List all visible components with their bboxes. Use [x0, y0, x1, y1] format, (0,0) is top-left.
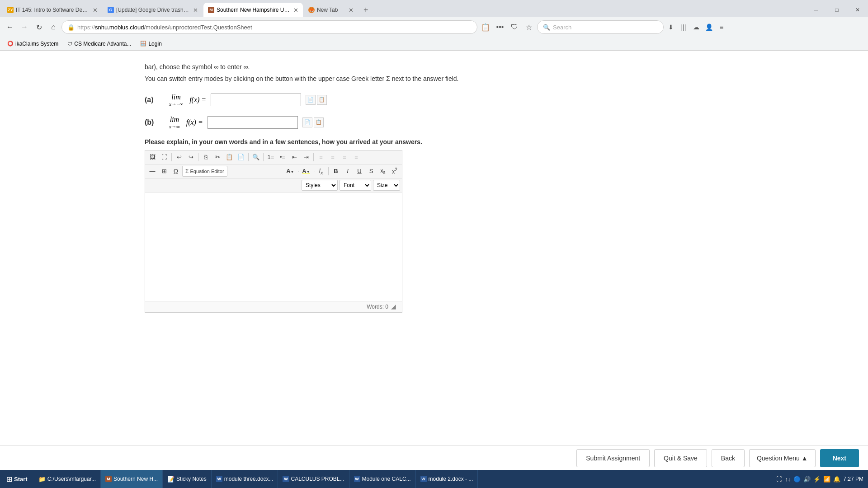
sync-icon[interactable]: ☁ — [691, 22, 702, 33]
tray-icon-1[interactable]: ⛶ — [776, 476, 782, 483]
bookmark-ikaclaims[interactable]: ⭕ ikaClaims System — [5, 40, 61, 48]
taskbar-item-2[interactable]: 📝 Sticky Notes — [163, 470, 212, 488]
rte-font-color-btn[interactable]: A▼ — [284, 166, 297, 177]
home-button[interactable]: ⌂ — [47, 21, 60, 33]
rte-align-left-btn[interactable]: ≡ — [316, 152, 326, 163]
taskbar-item-3-label: module three.docx... — [224, 476, 274, 482]
rte-redo-btn[interactable]: ↪ — [185, 152, 196, 163]
downloads-icon[interactable]: ⬇ — [665, 22, 676, 33]
rte-fullscreen-btn[interactable]: ⛶ — [159, 152, 170, 163]
page-content: bar), choose the symbol ∞ to enter ∞. Yo… — [0, 51, 868, 445]
rte-font-select[interactable]: Font — [340, 180, 371, 191]
rte-size-select[interactable]: Size — [373, 180, 400, 191]
rte-equation-btn[interactable]: Σ Equation Editor — [182, 166, 227, 177]
maximize-button[interactable]: □ — [826, 1, 847, 19]
rte-outdent-btn[interactable]: ⇤ — [289, 152, 300, 163]
rte-indent-btn[interactable]: ⇥ — [301, 152, 311, 163]
rte-underline-btn[interactable]: U — [354, 166, 365, 177]
rte-sep-4 — [263, 153, 264, 161]
bookmark-2-label: CS Medicare Advanta... — [74, 41, 131, 47]
account-icon[interactable]: 👤 — [703, 22, 714, 33]
rte-subscript-btn[interactable]: xs — [377, 166, 388, 177]
rte-align-center-btn[interactable]: ≡ — [327, 152, 338, 163]
rte-ul-btn[interactable]: •≡ — [277, 152, 288, 163]
taskbar-item-4[interactable]: W CALCULUS PROBL... — [278, 470, 349, 488]
taskbar: ⊞ Start 📁 C:\Users\mfarguar... M Souther… — [0, 470, 868, 488]
rte-italic-btn[interactable]: I — [342, 166, 353, 177]
rte-image-btn[interactable]: 🖼 — [147, 152, 158, 163]
tray-icon-7[interactable]: 🔔 — [833, 476, 840, 483]
start-button[interactable]: ⊞ Start — [0, 470, 34, 488]
answer-b-icon-2[interactable]: 📋 — [314, 117, 324, 127]
tab-1[interactable]: ZY IT 145: Intro to Software Develo... ✕ — [3, 3, 102, 17]
taskbar-item-3[interactable]: W module three.docx... — [212, 470, 278, 488]
quit-save-button[interactable]: Quit & Save — [654, 449, 707, 467]
tray-icon-2[interactable]: ↑↓ — [785, 476, 791, 483]
rte-find-btn[interactable]: 🔍 — [250, 152, 261, 163]
tab-4[interactable]: 🦊 New Tab ✕ — [304, 3, 358, 17]
tray-icon-6[interactable]: 📶 — [823, 476, 830, 483]
rte-align-right-btn[interactable]: ≡ — [339, 152, 350, 163]
rte-copy-btn[interactable]: ⎘ — [200, 152, 211, 163]
tab-2[interactable]: G [Update] Google Drive trash item... ✕ — [103, 3, 203, 17]
tab-2-close[interactable]: ✕ — [193, 7, 198, 14]
answer-b-input[interactable] — [208, 116, 298, 129]
rte-resize-handle[interactable]: ◢ — [391, 303, 398, 310]
answer-a-icon-1[interactable]: 📄 — [306, 95, 316, 105]
close-button[interactable]: ✕ — [847, 1, 868, 19]
back-button[interactable]: Back — [712, 449, 745, 467]
taskbar-items: 📁 C:\Users\mfarguar... M Southern New H.… — [34, 470, 772, 488]
bookmark-cs-medicare[interactable]: 🛡 CS Medicare Advanta... — [65, 40, 134, 48]
answer-a-icon-2[interactable]: 📋 — [317, 95, 327, 105]
answer-a-input[interactable] — [211, 94, 301, 106]
question-a-func: f(x) = — [189, 96, 206, 104]
rte-paste-plain-btn[interactable]: 📄 — [236, 152, 246, 163]
rte-table-btn[interactable]: ⊞ — [159, 166, 170, 177]
tab-3-close[interactable]: ✕ — [293, 7, 298, 14]
tab-3[interactable]: M Southern New Hampshire Univers... ✕ — [203, 3, 303, 17]
taskbar-item-1[interactable]: M Southern New H... — [101, 470, 163, 488]
rte-undo-btn[interactable]: ↩ — [174, 152, 184, 163]
tray-icon-5[interactable]: ⚡ — [813, 476, 821, 483]
bookmark-login[interactable]: 🪟 Login — [137, 40, 164, 48]
rte-bold-btn[interactable]: B — [330, 166, 341, 177]
new-tab-button[interactable]: + — [358, 3, 374, 17]
rte-highlight-btn[interactable]: A▼ — [300, 166, 312, 177]
taskbar-item-6[interactable]: W module 2.docx - ... — [416, 470, 478, 488]
rte-clear-format-btn[interactable]: Ix — [316, 166, 326, 177]
more-options-icon[interactable]: ••• — [494, 21, 506, 33]
tray-icon-3[interactable]: 🔵 — [793, 476, 801, 483]
rte-styles-select[interactable]: Styles — [302, 180, 338, 191]
address-input[interactable]: 🔒 https://snhu.mobius.cloud/modules/unpr… — [61, 20, 477, 34]
question-menu-button[interactable]: Question Menu ▲ — [749, 449, 816, 467]
rte-omega-btn[interactable]: Ω — [170, 166, 181, 177]
bookmarks-icon[interactable]: 🛡 — [508, 21, 521, 33]
back-nav-button[interactable]: ← — [4, 21, 16, 33]
minimize-button[interactable]: ─ — [806, 1, 826, 19]
rte-justify-btn[interactable]: ≡ — [351, 152, 362, 163]
taskbar-item-6-icon: W — [420, 476, 427, 482]
hamburger-icon[interactable]: ≡ — [716, 22, 727, 33]
taskbar-item-0[interactable]: 📁 C:\Users\mfarguar... — [34, 470, 101, 488]
refresh-button[interactable]: ↻ — [33, 21, 45, 33]
rte-hr-btn[interactable]: ― — [147, 166, 158, 177]
tray-icon-4[interactable]: 🔊 — [803, 476, 811, 483]
rte-paste-btn[interactable]: 📋 — [224, 152, 235, 163]
reader-view-icon[interactable]: 📋 — [479, 21, 492, 33]
submit-assignment-button[interactable]: Submit Assignment — [576, 449, 650, 467]
rte-body[interactable] — [145, 192, 402, 301]
star-icon[interactable]: ☆ — [523, 21, 535, 33]
taskbar-item-5[interactable]: W Module one CALC... — [349, 470, 416, 488]
forward-nav-button[interactable]: → — [18, 21, 31, 33]
rte-ol-btn[interactable]: 1≡ — [265, 152, 276, 163]
tab-4-close[interactable]: ✕ — [349, 7, 354, 14]
library-icon[interactable]: ||| — [678, 22, 689, 33]
next-button[interactable]: Next — [820, 449, 859, 467]
rte-strike-btn[interactable]: S — [366, 166, 377, 177]
search-box[interactable]: 🔍 Search — [537, 20, 664, 34]
rte-cut-btn[interactable]: ✂ — [212, 152, 223, 163]
tab-1-close[interactable]: ✕ — [93, 7, 98, 14]
bottom-bar: Submit Assignment Quit & Save Back Quest… — [0, 445, 868, 470]
rte-superscript-btn[interactable]: x2 — [389, 166, 400, 177]
answer-b-icon-1[interactable]: 📄 — [302, 117, 312, 127]
